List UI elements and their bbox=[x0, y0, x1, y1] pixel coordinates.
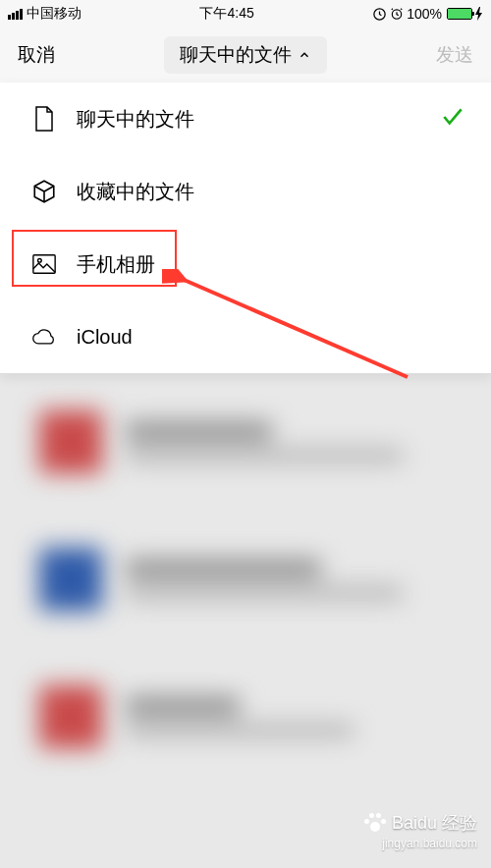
nav-bar: 取消 聊天中的文件 发送 bbox=[0, 27, 491, 82]
menu-item-label: 聊天中的文件 bbox=[77, 106, 420, 133]
paw-icon bbox=[364, 813, 386, 833]
status-left: 中国移动 bbox=[8, 5, 82, 23]
menu-item-label: 收藏中的文件 bbox=[77, 179, 465, 205]
send-button[interactable]: 发送 bbox=[436, 42, 473, 68]
alarm-icon bbox=[390, 7, 404, 21]
svg-point-3 bbox=[38, 258, 42, 262]
box-icon bbox=[31, 179, 57, 204]
status-right: 100% bbox=[372, 6, 483, 22]
blurred-file-list bbox=[0, 373, 491, 868]
menu-item-phone-album[interactable]: 手机相册 bbox=[0, 228, 491, 300]
list-item bbox=[0, 648, 491, 786]
carrier-label: 中国移动 bbox=[27, 5, 82, 23]
battery-icon bbox=[447, 8, 472, 20]
status-bar: 中国移动 下午4:45 100% bbox=[0, 0, 491, 27]
battery-pct: 100% bbox=[407, 6, 442, 22]
charging-icon bbox=[475, 7, 483, 21]
svg-rect-2 bbox=[33, 255, 55, 274]
watermark-url: jingyan.baidu.com bbox=[364, 837, 477, 850]
nav-title-label: 聊天中的文件 bbox=[180, 42, 292, 68]
image-icon bbox=[31, 251, 57, 277]
cancel-button[interactable]: 取消 bbox=[18, 42, 55, 68]
cloud-icon bbox=[31, 324, 57, 350]
menu-item-chat-files[interactable]: 聊天中的文件 bbox=[0, 82, 491, 155]
orientation-lock-icon bbox=[372, 7, 387, 22]
nav-title-dropdown[interactable]: 聊天中的文件 bbox=[164, 36, 327, 74]
chevron-up-icon bbox=[298, 48, 311, 62]
check-icon bbox=[440, 104, 465, 134]
watermark: Baidu 经验 jingyan.baidu.com bbox=[364, 811, 477, 850]
list-item bbox=[0, 511, 491, 648]
status-time: 下午4:45 bbox=[199, 5, 253, 23]
list-item bbox=[0, 373, 491, 511]
menu-item-label: 手机相册 bbox=[77, 251, 465, 278]
menu-item-favorites[interactable]: 收藏中的文件 bbox=[0, 155, 491, 228]
signal-icon bbox=[8, 9, 23, 20]
watermark-brand: Baidu 经验 bbox=[392, 811, 477, 835]
menu-item-label: iCloud bbox=[77, 326, 465, 349]
source-dropdown-panel: 聊天中的文件 收藏中的文件 手机相册 iCloud bbox=[0, 82, 491, 374]
menu-item-icloud[interactable]: iCloud bbox=[0, 300, 491, 373]
file-icon bbox=[31, 106, 57, 132]
